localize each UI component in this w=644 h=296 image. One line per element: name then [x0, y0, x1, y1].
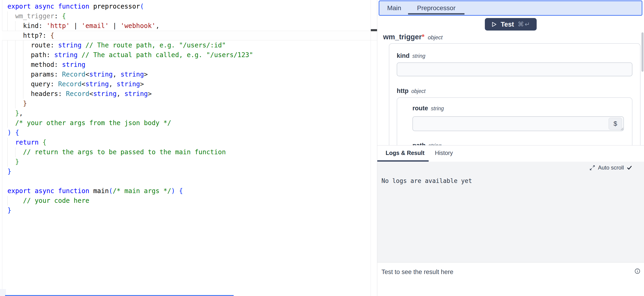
field-name: wm_trigger — [383, 33, 422, 41]
code-line: params: Record<string, string> — [8, 70, 253, 79]
field-name: path — [412, 142, 426, 145]
tab-logs-result[interactable]: Logs & Result — [386, 150, 424, 156]
auto-scroll-toggle[interactable]: Auto scroll — [590, 164, 632, 171]
logs-section: Logs & Result History Auto scroll — [377, 145, 644, 296]
test-button[interactable]: Test ⌘↵ — [484, 18, 536, 30]
route-field-label: route string — [412, 105, 444, 112]
code-line — [8, 176, 253, 186]
field-type: string — [431, 106, 444, 112]
result-placeholder-text: Test to see the result here — [382, 268, 454, 276]
code-line: // your code here — [8, 196, 253, 206]
editor-right-border — [370, 0, 371, 296]
kind-field-label: kind string — [397, 52, 426, 60]
code-editor[interactable]: export async function preprocessor( wm_t… — [0, 0, 377, 296]
code-line: http?: { — [8, 31, 253, 40]
code-line: path: string // The actual path called, … — [8, 50, 253, 60]
field-name: http — [397, 88, 408, 94]
route-input-wrap: $ — [412, 116, 624, 131]
test-button-label: Test — [500, 20, 514, 28]
field-type: string — [428, 143, 441, 145]
field-type: object — [428, 34, 442, 41]
play-icon — [491, 21, 497, 28]
schema-form: wm_trigger* object kind string http obje… — [377, 32, 644, 145]
resize-grip-icon[interactable] — [620, 126, 624, 132]
code-line: } — [8, 167, 253, 176]
function-tabbar: Main Preprocessor — [379, 0, 642, 16]
field-type: object — [411, 88, 426, 94]
code-line: headers: Record<string, string> — [8, 89, 253, 99]
field-name: kind — [397, 52, 410, 60]
test-shortcut-label: ⌘↵ — [518, 20, 531, 28]
bottom-drawer-accent-line — [5, 295, 234, 296]
logs-output-area: Auto scroll No logs are available yet — [377, 162, 644, 262]
required-marker: * — [422, 33, 424, 41]
code-line: wm_trigger: { — [8, 11, 253, 21]
code-line: query: Record<string, string> — [8, 79, 253, 89]
script-editor-screen: export async function preprocessor( wm_t… — [0, 0, 644, 296]
code-line: method: string — [8, 60, 253, 70]
editor-left-border — [2, 0, 2, 296]
code-line: export async function main(/* main args … — [8, 186, 253, 196]
code-line: /* your other args from the json body */ — [8, 118, 253, 128]
active-tab-underline — [408, 13, 464, 14]
code-line: kind: 'http' | 'email' | 'webhook', — [8, 21, 253, 31]
auto-scroll-label: Auto scroll — [598, 164, 624, 171]
code-line: }, — [8, 108, 253, 118]
field-type: string — [412, 53, 426, 59]
code-line: // return the args to be passed to the m… — [8, 147, 253, 157]
form-scrollbar-thumb[interactable] — [642, 32, 644, 72]
wm-trigger-field-title: wm_trigger* object — [383, 33, 442, 41]
overview-ruler-cursor-marker[interactable] — [371, 29, 377, 31]
info-icon[interactable] — [634, 268, 640, 275]
tab-preprocessor[interactable]: Preprocessor — [408, 1, 464, 15]
check-icon — [627, 165, 632, 170]
tab-history[interactable]: History — [435, 150, 453, 156]
kind-input[interactable] — [397, 62, 632, 76]
code-line: ) { — [8, 128, 253, 138]
code-line: route: string // The route path, e.g. "/… — [8, 40, 253, 50]
code-line: } — [8, 157, 253, 167]
code-line: return { — [8, 138, 253, 147]
http-field-label: http object — [397, 88, 426, 94]
expand-icon — [590, 165, 595, 171]
code-line: export async function preprocessor( — [8, 2, 253, 11]
code-content: export async function preprocessor( wm_t… — [8, 2, 253, 215]
code-line: } — [8, 206, 253, 215]
tab-main[interactable]: Main — [380, 1, 408, 15]
path-field-label-clipped: path string — [412, 142, 441, 145]
route-input[interactable] — [412, 116, 624, 131]
field-name: route — [412, 105, 428, 112]
result-footer: Test to see the result here — [377, 262, 644, 296]
code-line: } — [8, 99, 253, 108]
empty-logs-message: No logs are available yet — [382, 177, 472, 184]
logs-tabbar: Logs & Result History — [377, 146, 644, 162]
run-panel: Main Preprocessor Test ⌘↵ wm_trigger* ob… — [377, 0, 644, 296]
